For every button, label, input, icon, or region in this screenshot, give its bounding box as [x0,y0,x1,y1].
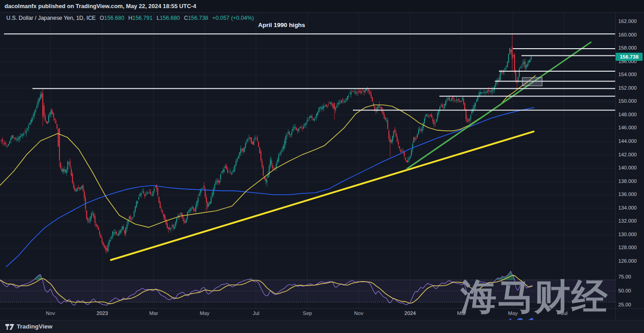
price-tick: 128.000 [618,245,637,250]
annotation-april-1990-highs: April 1990 highs [243,22,320,28]
price-tick: 160.000 [618,32,637,37]
rsi-tick: 75.00 [618,274,631,279]
price-tick: 154.000 [618,72,637,77]
ohlc-values: O156.680H156.791L156.680C156.738 [96,15,208,21]
time-tick: Mar [149,310,158,316]
publish-text: dacolmanfx published on TradingView.com,… [5,3,196,9]
price-tick: 162.000 [618,18,637,24]
price-tick: 148.000 [618,112,637,117]
price-tick: 146.000 [618,125,637,130]
footer-bar: TradingView [0,320,644,333]
price-tick: 142.000 [618,152,637,157]
price-tick: 134.000 [618,205,637,210]
change-value: +0.057 (+0.04%) [212,15,254,21]
ohlc-value: 156.680 [160,15,180,21]
time-tick: Sep [303,310,312,316]
price-tick: 130.000 [618,232,637,237]
time-tick: 2023 [96,310,108,316]
price-tick: 150.000 [618,98,637,104]
price-tick: 144.000 [618,138,637,144]
price-tick: 158.000 [618,45,637,50]
tradingview-logo-icon[interactable] [5,324,15,330]
price-tick: 140.000 [618,165,637,170]
time-tick: May [200,310,210,316]
symbol-legend[interactable]: U.S. Dollar / Japanese Yen, 1D, ICEO156.… [6,15,254,21]
time-tick: 2024 [404,310,416,316]
ohlc-value: 156.680 [104,15,124,21]
price-tick: 132.000 [618,218,637,224]
tradingview-chart-snapshot: dacolmanfx published on TradingView.com,… [0,0,644,333]
time-tick: Jul [253,310,260,316]
ohlc-value: 156.791 [132,15,153,21]
symbol-title[interactable]: U.S. Dollar / Japanese Yen, 1D, ICE [6,15,96,21]
tradingview-brand[interactable]: TradingView [17,323,52,330]
price-tick: 152.000 [618,85,637,91]
ohlc-value: 156.738 [188,15,208,21]
time-tick: Nov [46,310,55,316]
last-price-label: 156.738 [616,53,643,61]
time-tick: Nov [354,310,363,316]
price-axis-border [615,13,616,320]
rsi-tick: 25.00 [618,302,631,307]
price-tick: 136.000 [618,192,637,197]
publish-bar: dacolmanfx published on TradingView.com,… [0,0,644,13]
watermark-cjk: 海马财经 [461,273,608,322]
ohlc-label: C [184,15,188,21]
price-tick: 138.000 [618,178,637,184]
ohlc-label: O [100,15,104,21]
price-tick: 126.000 [618,258,637,264]
rsi-tick: 50.00 [618,288,631,293]
ohlc-label: H [128,15,132,21]
